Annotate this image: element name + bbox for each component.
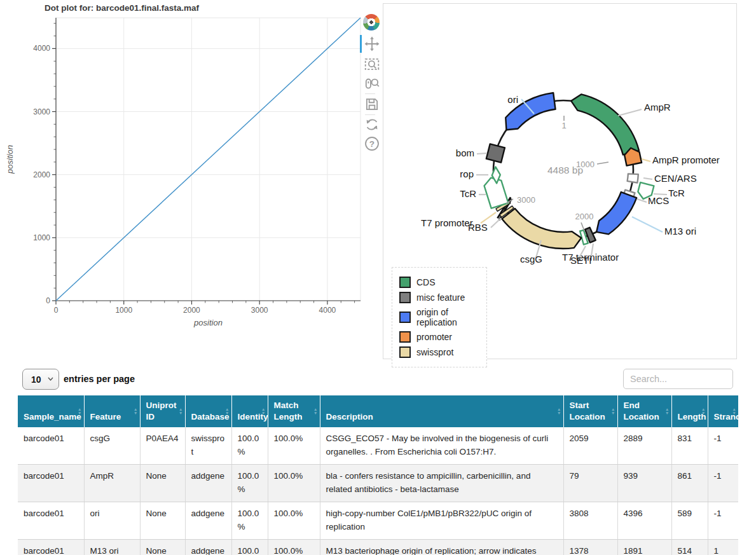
cell-end-location: 1891 — [617, 539, 671, 555]
plasmid-label-mcs: MCS — [648, 195, 669, 206]
column-header-description[interactable]: Description▲▼ — [320, 395, 563, 427]
bokeh-toolbar: ? — [360, 13, 383, 160]
plasmid-map-panel: oriAmpRAmpR promoterCEN/ARSTcRMCSM13 ori… — [383, 3, 737, 359]
legend-label: origin of replication — [416, 307, 479, 327]
cell-strand: -1 — [708, 502, 738, 540]
cell-sample-name: barcode01 — [18, 427, 84, 464]
plasmid-label-m13_ori: M13 ori — [664, 226, 696, 236]
legend-item: origin of replication — [399, 307, 479, 327]
cell-uniprot-id: None — [140, 465, 185, 502]
help-tool-button[interactable]: ? — [364, 135, 380, 152]
label-leader-line — [637, 199, 647, 202]
entries-per-page-wrap: 10 — [22, 369, 59, 390]
cell-sample-name: barcode01 — [18, 502, 84, 540]
plasmid-label-tcr_left: TcR — [460, 188, 476, 199]
label-leader-line — [632, 217, 663, 232]
pan-tool-button[interactable] — [364, 36, 380, 52]
box-zoom-tool-button[interactable] — [364, 56, 380, 72]
cell-length: 861 — [671, 465, 708, 502]
plasmid-label-csgg: csgG — [520, 254, 542, 264]
label-leader-line — [643, 178, 652, 179]
cell-feature: AmpR — [84, 465, 140, 502]
dot-plot-canvas[interactable]: 0100020003000400001000200030004000Dot pl… — [0, 0, 385, 334]
cell-sample-name: barcode01 — [18, 465, 84, 502]
cell-identity: 100.0% — [231, 502, 268, 540]
search-input[interactable] — [623, 369, 733, 389]
sort-arrows-icon: ▲▼ — [665, 408, 669, 415]
sort-arrows-icon: ▲▼ — [78, 408, 81, 415]
legend-item: swissprot — [399, 346, 479, 358]
plasmid-size-label: 4488 bp — [547, 165, 583, 175]
plasmid-feature-cen_ars[interactable] — [628, 174, 638, 182]
cell-database: addgene — [185, 539, 231, 555]
label-leader-line — [491, 218, 501, 228]
sort-arrows-icon: ▲▼ — [557, 408, 561, 415]
cell-database: addgene — [185, 465, 231, 502]
bp-tick — [597, 162, 608, 164]
plasmid-label-t7_promoter: T7 promoter — [421, 217, 473, 228]
label-leader-line — [477, 153, 487, 154]
column-header-strand[interactable]: Strand▲▼ — [708, 395, 738, 427]
sort-arrows-icon: ▲▼ — [701, 408, 705, 415]
results-table-container: Sample_name▲▼Feature▲▼Uniprot ID▲▼Databa… — [18, 395, 738, 555]
toolbar-separator — [365, 93, 375, 94]
table-row: barcode01AmpRNoneaddgene100.0%100.0%bla … — [18, 465, 738, 502]
bp-tick-label: 3000 — [517, 195, 535, 205]
toolbar-separator — [365, 114, 375, 115]
cell-length: 831 — [671, 427, 708, 464]
cell-uniprot-id: P0AEA4 — [140, 427, 185, 464]
sort-arrows-icon: ▲▼ — [611, 408, 615, 415]
sort-arrows-icon: ▲▼ — [313, 408, 317, 415]
sort-arrows-icon: ▲▼ — [134, 408, 137, 415]
bp-tick-label: 1 — [561, 121, 566, 130]
wheel-zoom-tool-button[interactable] — [364, 75, 380, 92]
cell-match-length: 100.0% — [268, 465, 320, 502]
column-header-database[interactable]: Database▲▼ — [185, 395, 231, 427]
column-header-match-length[interactable]: Match Length▲▼ — [268, 395, 320, 427]
column-header-identity[interactable]: Identity▲▼ — [231, 395, 268, 427]
cell-match-length: 100.0% — [268, 427, 320, 464]
cell-feature: csgG — [84, 427, 140, 464]
column-header-feature[interactable]: Feature▲▼ — [84, 395, 140, 427]
table-row: barcode01oriNoneaddgene100.0%100.0%high-… — [18, 502, 738, 540]
cell-uniprot-id: None — [140, 539, 185, 555]
column-header-uniprot-id[interactable]: Uniprot ID▲▼ — [140, 395, 185, 427]
legend-label: swissprot — [416, 347, 453, 357]
table-row: barcode01M13 oriNoneaddgene100.0%100.0%M… — [18, 539, 738, 555]
cell-end-location: 939 — [617, 465, 671, 502]
reset-tool-button[interactable] — [364, 116, 380, 133]
plasmid-label-ori: ori — [507, 94, 518, 105]
x-tick-label: 0 — [54, 306, 58, 315]
y-tick-label: 0 — [46, 296, 50, 305]
cell-description: bla - confers resistance to ampicillin, … — [320, 465, 563, 502]
legend-item: misc feature — [399, 292, 479, 303]
plasmid-feature-bom[interactable] — [486, 144, 505, 162]
x-tick-label: 2000 — [183, 306, 200, 315]
cell-match-length: 100.0% — [268, 502, 320, 540]
entries-per-page-label: entries per page — [64, 374, 135, 384]
plasmid-feature-csgg[interactable] — [502, 209, 581, 249]
column-header-sample-name[interactable]: Sample_name▲▼ — [18, 395, 84, 427]
dot-plot[interactable]: 0100020003000400001000200030004000Dot pl… — [0, 0, 385, 334]
cell-identity: 100.0% — [231, 427, 268, 464]
entries-per-page-select[interactable]: 10 — [22, 369, 59, 390]
page: 0100020003000400001000200030004000Dot pl… — [0, 0, 756, 555]
map-legend: CDSmisc featureorigin of replicationprom… — [392, 267, 487, 367]
table-row: barcode01csgGP0AEA4swissprot100.0%100.0%… — [18, 427, 738, 464]
legend-label: CDS — [416, 277, 436, 287]
x-tick-label: 1000 — [115, 306, 132, 315]
svg-text:?: ? — [369, 139, 375, 149]
column-header-end-location[interactable]: End Location▲▼ — [617, 395, 671, 427]
cell-start-location: 2059 — [563, 427, 617, 464]
save-tool-button[interactable] — [364, 96, 380, 113]
cell-sample-name: barcode01 — [18, 539, 84, 555]
bokeh-logo-icon[interactable] — [363, 14, 380, 31]
dot-plot-title: Dot plot for: barcode01.final.fasta.maf — [45, 3, 200, 13]
column-header-start-location[interactable]: Start Location▲▼ — [563, 395, 617, 427]
cell-end-location: 2889 — [617, 427, 671, 464]
plasmid-feature-m13_ori[interactable] — [596, 192, 636, 234]
column-header-length[interactable]: Length▲▼ — [671, 395, 708, 427]
plasmid-feature-ampr[interactable] — [571, 94, 639, 154]
label-leader-line — [618, 109, 642, 116]
cell-description: CSGG_ECO57 - May be involved in the biog… — [320, 427, 563, 464]
